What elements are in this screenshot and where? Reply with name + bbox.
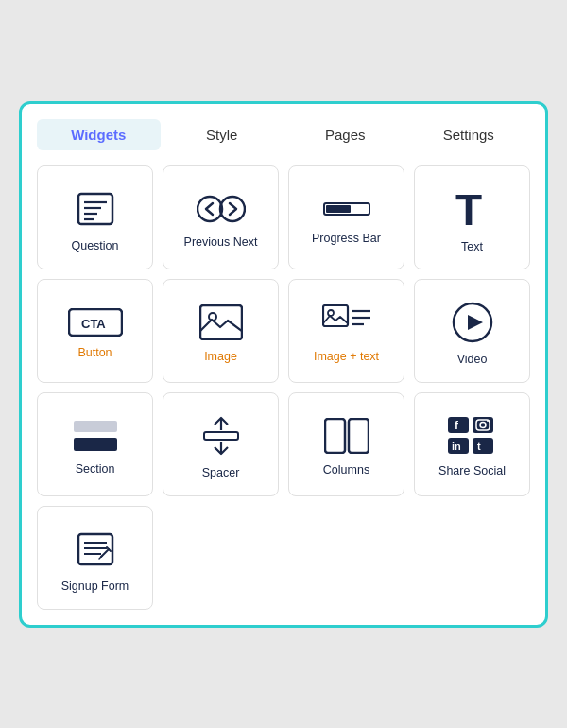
widget-progress-bar[interactable]: Progress Bar <box>288 165 404 269</box>
svg-point-5 <box>198 197 222 221</box>
svg-rect-21 <box>74 421 117 432</box>
widget-signup-form[interactable]: Signup Form <box>37 506 153 610</box>
widget-button[interactable]: CTA Button <box>37 279 153 383</box>
widget-question-label: Question <box>71 239 118 252</box>
widget-columns[interactable]: Columns <box>288 392 404 496</box>
widget-text[interactable]: T Text <box>414 165 530 269</box>
widget-image[interactable]: Image <box>163 279 279 383</box>
progress-bar-icon <box>323 196 370 222</box>
widget-share-social-label: Share Social <box>438 464 506 477</box>
video-icon <box>452 302 493 343</box>
question-icon <box>75 188 116 230</box>
widgets-grid: Question Previous Next Pro <box>37 165 530 610</box>
svg-rect-23 <box>204 432 238 440</box>
svg-point-15 <box>328 310 334 316</box>
tab-widgets[interactable]: Widgets <box>37 119 161 150</box>
widget-question[interactable]: Question <box>37 165 153 269</box>
image-icon <box>199 304 243 340</box>
widget-image-text-label: Image + text <box>314 350 379 363</box>
image-text-icon <box>322 304 371 340</box>
widget-previous-next[interactable]: Previous Next <box>163 165 279 269</box>
svg-rect-12 <box>200 305 242 339</box>
columns-icon <box>324 418 369 454</box>
widget-spacer[interactable]: Spacer <box>163 392 279 496</box>
widget-video-label: Video <box>457 353 488 366</box>
share-social-icon: f in t <box>448 417 497 455</box>
widget-spacer-label: Spacer <box>202 466 240 479</box>
widget-share-social[interactable]: f in t Share Social <box>414 392 530 496</box>
svg-rect-26 <box>325 419 345 453</box>
widget-signup-form-label: Signup Form <box>61 580 129 593</box>
spacer-icon <box>200 415 242 457</box>
widget-button-label: Button <box>77 346 112 359</box>
svg-rect-28 <box>448 417 469 433</box>
panel: Widgets Style Pages Settings Question <box>19 101 548 628</box>
svg-text:T: T <box>455 187 482 231</box>
tab-bar: Widgets Style Pages Settings <box>37 119 530 150</box>
widget-image-label: Image <box>204 350 237 363</box>
signup-form-icon <box>75 529 116 570</box>
section-icon <box>72 419 119 453</box>
widget-previous-next-label: Previous Next <box>184 235 258 249</box>
svg-text:t: t <box>477 441 481 452</box>
widget-section[interactable]: Section <box>37 392 153 496</box>
svg-rect-36 <box>472 438 493 454</box>
svg-point-6 <box>220 197 245 221</box>
svg-line-44 <box>99 556 102 559</box>
text-icon: T <box>454 187 491 231</box>
svg-text:in: in <box>452 441 461 452</box>
widget-image-text[interactable]: Image + text <box>288 279 404 383</box>
tab-pages[interactable]: Pages <box>284 119 407 150</box>
widget-video[interactable]: Video <box>414 279 530 383</box>
button-icon: CTA <box>68 308 123 337</box>
widget-section-label: Section <box>76 462 115 476</box>
svg-marker-20 <box>468 315 483 330</box>
tab-settings[interactable]: Settings <box>407 119 531 150</box>
svg-rect-14 <box>323 305 348 326</box>
svg-rect-8 <box>326 205 351 213</box>
widget-text-label: Text <box>461 240 483 253</box>
svg-rect-22 <box>74 438 117 451</box>
widget-columns-label: Columns <box>323 463 369 477</box>
previous-next-icon <box>197 192 246 226</box>
widget-progress-bar-label: Progress Bar <box>312 232 381 245</box>
svg-text:CTA: CTA <box>81 317 106 331</box>
tab-style[interactable]: Style <box>161 119 284 150</box>
svg-point-33 <box>487 420 489 422</box>
svg-rect-27 <box>349 419 369 453</box>
